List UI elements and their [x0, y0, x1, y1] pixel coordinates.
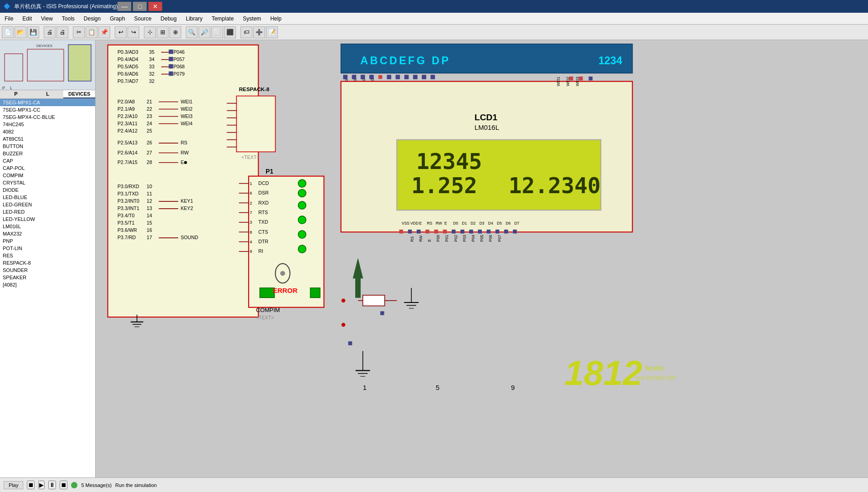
tab-devices[interactable]: DEVICES: [63, 90, 95, 98]
svg-rect-143: [370, 75, 374, 79]
new-button[interactable]: 📄: [2, 26, 14, 38]
device-item-led-yellow[interactable]: LED-YELLOW: [0, 215, 95, 223]
menu-item-template[interactable]: Template: [207, 15, 239, 23]
svg-text:P0.7/AD7: P0.7/AD7: [117, 78, 138, 84]
menu-item-library[interactable]: Library: [181, 15, 207, 23]
svg-text:1234: 1234: [598, 55, 622, 67]
svg-text:RS: RS: [410, 236, 414, 242]
menu-item-debug[interactable]: Debug: [156, 15, 181, 23]
device-item-res[interactable]: RES: [0, 252, 95, 259]
device-list[interactable]: 7SEG-MPX1-CA7SEG-MPX1-CC7SEG-MPX4-CC-BLU…: [0, 99, 95, 477]
menu-item-design[interactable]: Design: [79, 15, 105, 23]
origin-button[interactable]: ⊕: [169, 26, 181, 38]
svg-text:D7: D7: [514, 221, 519, 226]
svg-text:DTR: DTR: [258, 239, 268, 244]
minimize-button[interactable]: —: [117, 2, 131, 11]
select-button[interactable]: ⊹: [144, 26, 156, 38]
message-count: 5 Message(s): [81, 482, 112, 488]
device-item-sounder[interactable]: SOUNDER: [0, 266, 95, 274]
paste-button[interactable]: 📌: [98, 26, 110, 38]
device-item-lm016l[interactable]: LM016L: [0, 223, 95, 230]
close-button[interactable]: ✕: [148, 2, 162, 11]
pause-button[interactable]: ⏸: [48, 481, 56, 489]
device-item-button[interactable]: BUTTON: [0, 143, 95, 150]
svg-rect-149: [422, 75, 426, 79]
menu-item-edit[interactable]: Edit: [18, 15, 36, 23]
grid-button[interactable]: ⊞: [157, 26, 168, 38]
device-item-max232[interactable]: MAX232: [0, 230, 95, 237]
canvas-area[interactable]: P0.3/AD3 35 P046 P0.4/AD4 34 P057 P0.5/A…: [96, 40, 868, 477]
device-item-7seg-mpx1-cc[interactable]: 7SEG-MPX1-CC: [0, 106, 95, 113]
device-item-respack-8[interactable]: RESPACK-8: [0, 259, 95, 266]
step-button[interactable]: ⏹: [60, 481, 67, 489]
zoom-in-button[interactable]: 🔍: [186, 26, 198, 38]
svg-text:P01: P01: [444, 235, 449, 241]
svg-rect-148: [414, 75, 418, 79]
maximize-button[interactable]: □: [133, 2, 147, 11]
svg-point-129: [298, 216, 306, 224]
menu-item-tools[interactable]: Tools: [57, 15, 79, 23]
svg-text:8: 8: [250, 230, 252, 235]
play-button[interactable]: Play: [4, 481, 23, 489]
device-item-at89c51[interactable]: AT89C51: [0, 135, 95, 143]
svg-text:E: E: [427, 239, 432, 242]
device-item-led-green[interactable]: LED-GREEN: [0, 201, 95, 208]
svg-text:14: 14: [147, 213, 152, 218]
zoom-fit-button[interactable]: ⬜: [211, 26, 223, 38]
tab-p[interactable]: P: [0, 90, 32, 98]
wire-button[interactable]: ➕: [253, 26, 265, 38]
save-button[interactable]: 💾: [27, 26, 39, 38]
svg-text:32: 32: [149, 71, 154, 77]
svg-text:P3.2/INT0: P3.2/INT0: [117, 198, 139, 204]
cut-button[interactable]: ✂: [73, 26, 85, 38]
svg-text:csdn @CWQLTQR: csdn @CWQLTQR: [635, 375, 676, 380]
device-item-cap[interactable]: CAP: [0, 157, 95, 164]
menu-item-view[interactable]: View: [36, 15, 57, 23]
svg-text:RXD: RXD: [258, 200, 269, 205]
device-item-buzzer[interactable]: BUZZER: [0, 150, 95, 157]
svg-text:P02: P02: [454, 235, 458, 241]
menu-item-file[interactable]: File: [0, 15, 18, 23]
open-button[interactable]: 📂: [15, 26, 26, 38]
svg-rect-187: [495, 230, 500, 234]
redo-button[interactable]: ↪: [128, 26, 139, 38]
menu-item-system[interactable]: System: [238, 15, 266, 23]
annotate-button[interactable]: 📝: [266, 26, 278, 38]
copy-button[interactable]: 📋: [86, 26, 97, 38]
device-item-compim[interactable]: COMPIM: [0, 172, 95, 179]
device-item-speaker[interactable]: SPEAKER: [0, 274, 95, 281]
device-item-led-blue[interactable]: LED-BLUE: [0, 194, 95, 201]
svg-text:12345: 12345: [416, 149, 482, 174]
play2-button[interactable]: ▶: [38, 481, 45, 489]
device-item-diode[interactable]: DIODE: [0, 186, 95, 194]
device-item-led-red[interactable]: LED-RED: [0, 208, 95, 215]
print2-button[interactable]: 🖨: [56, 26, 68, 38]
svg-point-130: [298, 231, 306, 238]
device-item-74hc245[interactable]: 74HC245: [0, 121, 95, 128]
undo-button[interactable]: ↩: [115, 26, 127, 38]
zoom-out-button[interactable]: 🔎: [199, 26, 210, 38]
svg-text:P3.5/T1: P3.5/T1: [117, 220, 134, 226]
device-item--4082-[interactable]: [4082]: [0, 281, 95, 288]
stop-button[interactable]: ⏹: [27, 481, 35, 489]
svg-text:WEI3: WEI3: [181, 113, 193, 119]
device-item-crystal[interactable]: CRYSTAL: [0, 179, 95, 186]
svg-rect-144: [378, 75, 383, 79]
svg-text:D5: D5: [497, 221, 502, 226]
menu-item-graph[interactable]: Graph: [105, 15, 129, 23]
tag-button[interactable]: 🏷: [240, 26, 252, 38]
svg-text:DCD: DCD: [258, 180, 269, 186]
svg-text:11: 11: [147, 191, 152, 196]
svg-rect-134: [260, 288, 275, 297]
zoom-area-button[interactable]: ⬛: [224, 26, 236, 38]
tab-l[interactable]: L: [32, 90, 64, 98]
device-item-pot-lin[interactable]: POT-LIN: [0, 245, 95, 252]
device-item-7seg-mpx1-ca[interactable]: 7SEG-MPX1-CA: [0, 99, 95, 106]
device-item-4082[interactable]: 4082: [0, 128, 95, 135]
device-item-cap-pol[interactable]: CAP-POL: [0, 164, 95, 172]
menu-item-source[interactable]: Source: [130, 15, 156, 23]
print-button[interactable]: 🖨: [44, 26, 56, 38]
menu-item-help[interactable]: Help: [266, 15, 286, 23]
device-item-pnp[interactable]: PNP: [0, 237, 95, 245]
device-item-7seg-mpx4-cc-blue[interactable]: 7SEG-MPX4-CC-BLUE: [0, 113, 95, 121]
